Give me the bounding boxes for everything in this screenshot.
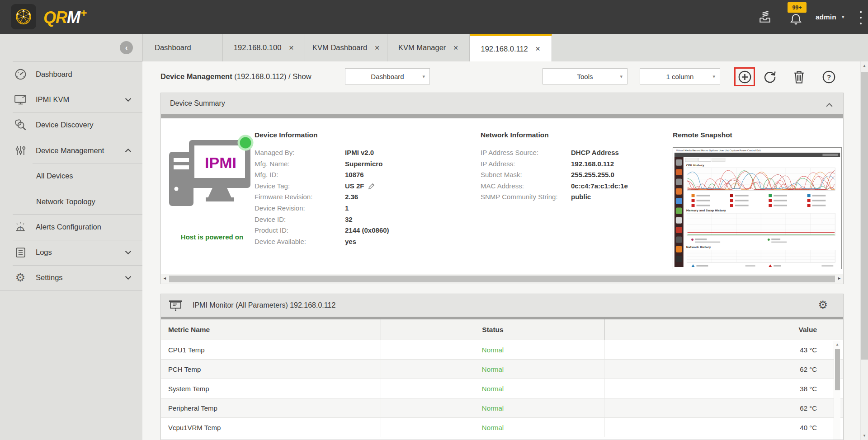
sidebar-item-label: Device Discovery xyxy=(36,121,93,129)
edit-pencil-icon[interactable] xyxy=(368,183,375,190)
table-body: CPU1 TempNormal43 °CPCH TempNormal62 °CS… xyxy=(161,340,843,437)
user-menu[interactable]: admin ▼ xyxy=(816,0,845,34)
sidebar-item-network-topology[interactable]: Network Topology xyxy=(0,189,142,214)
horizontal-scrollbar[interactable]: ◄ ► xyxy=(161,274,843,284)
svg-text:!: ! xyxy=(19,225,21,230)
table-vertical-scrollbar[interactable]: ▲ xyxy=(834,341,840,440)
value-cell: 43 °C xyxy=(605,346,843,354)
column-header-value[interactable]: Value xyxy=(605,326,843,334)
sidebar-item-logs[interactable]: Logs xyxy=(0,240,142,265)
scrollbar-thumb[interactable] xyxy=(861,72,868,360)
status-badge: Normal xyxy=(482,385,504,393)
tools-select[interactable]: Tools ▾ xyxy=(542,68,627,84)
tab-192-168-0-112[interactable]: 192.168.0.112✕ xyxy=(470,34,552,61)
chevron-up-icon[interactable] xyxy=(125,146,132,154)
info-row: SNMP Community String:public xyxy=(481,192,668,203)
add-widget-button[interactable] xyxy=(734,67,755,86)
info-value: yes xyxy=(345,236,356,248)
device-summary-header[interactable]: Device Summary xyxy=(161,93,843,114)
tab-kvm-manager[interactable]: KVM Manager✕ xyxy=(387,34,470,61)
sidebar-collapse-button[interactable]: ‹ xyxy=(120,41,133,54)
help-button[interactable]: ? xyxy=(820,68,838,86)
kebab-menu-icon[interactable] xyxy=(857,11,864,24)
tab-close-icon[interactable]: ✕ xyxy=(374,44,380,51)
sidebar-item-alerts-configuration[interactable]: !Alerts Configuration xyxy=(0,214,142,239)
qrm-logo-icon[interactable] xyxy=(11,4,36,29)
ipmi-device-graphic: IPMI Host is powered on xyxy=(165,135,254,212)
tab-kvm-dashboard[interactable]: KVM Dashboard✕ xyxy=(305,34,387,61)
sidebar-item-dashboard[interactable]: Dashboard xyxy=(0,61,142,87)
value-cell: 62 °C xyxy=(605,365,843,373)
info-label: SNMP Community String: xyxy=(481,192,571,203)
table-row[interactable]: System TempNormal38 °C xyxy=(161,379,843,398)
scroll-left-arrow-icon[interactable]: ◄ xyxy=(163,276,167,281)
notifications-bell-icon[interactable] xyxy=(787,10,805,28)
status-badge: Normal xyxy=(482,424,504,431)
view-select[interactable]: Dashboard ▾ xyxy=(345,68,430,84)
tab-close-icon[interactable]: ✕ xyxy=(453,44,458,51)
columns-select[interactable]: 1 column ▾ xyxy=(640,68,720,84)
tab-close-icon[interactable]: ✕ xyxy=(535,45,541,52)
scroll-up-arrow-icon[interactable]: ▲ xyxy=(834,342,840,346)
info-value: 255.255.255.0 xyxy=(571,169,614,181)
scrollbar-thumb[interactable] xyxy=(169,276,835,282)
host-power-status: Host is powered on xyxy=(165,233,259,241)
tab-dashboard[interactable]: Dashboard xyxy=(142,34,223,61)
info-label: MAC Address: xyxy=(481,181,571,192)
sidebar-item-all-devices[interactable]: All Devices xyxy=(0,164,142,189)
info-value: US 2F xyxy=(345,181,364,192)
chevron-down-icon: ▼ xyxy=(841,14,845,19)
column-header-metric[interactable]: Metric Name xyxy=(161,319,381,340)
monitor-screen-icon xyxy=(169,300,183,312)
alert-icon: ! xyxy=(14,221,27,233)
chevron-down-icon[interactable] xyxy=(125,274,132,282)
columns-select-value: 1 column xyxy=(666,73,694,80)
section-title: Remote Snapshot xyxy=(673,131,842,143)
sidebar-item-ipmi-kvm[interactable]: IPMI KVM xyxy=(0,87,142,112)
column-header-status[interactable]: Status xyxy=(381,319,605,340)
gear-icon: ⚙ xyxy=(14,272,27,283)
chevron-down-icon: ▾ xyxy=(712,74,715,80)
sidebar-item-device-discovery[interactable]: Device Discovery xyxy=(0,112,142,138)
info-row: IP Address:192.168.0.112 xyxy=(481,159,668,170)
info-label: Device ID: xyxy=(255,214,345,225)
user-name: admin xyxy=(816,13,836,21)
table-row[interactable]: Vcpu1VRM TempNormal40 °C xyxy=(161,418,843,437)
table-row[interactable]: Peripheral TempNormal62 °C xyxy=(161,398,843,418)
scroll-right-arrow-icon[interactable]: ► xyxy=(837,276,841,281)
metric-name-cell: CPU1 Temp xyxy=(161,340,381,359)
sidebar-item-label: Logs xyxy=(36,248,52,257)
tab-label: KVM Manager xyxy=(398,43,446,52)
info-value: DHCP Address xyxy=(571,147,619,159)
widget-settings-gear-icon[interactable]: ⚙ xyxy=(818,300,828,310)
sidebar-nav: DashboardIPMI KVMDevice DiscoveryDevice … xyxy=(0,61,142,291)
discovery-icon xyxy=(14,119,27,131)
question-circle-icon: ? xyxy=(822,70,836,84)
status-cell: Normal xyxy=(381,379,605,398)
tab-label: 192.168.0.100 xyxy=(234,43,282,52)
delete-button[interactable] xyxy=(790,68,808,86)
chevron-down-icon[interactable] xyxy=(125,248,132,257)
refresh-button[interactable] xyxy=(761,68,779,86)
chevron-up-icon[interactable] xyxy=(826,101,833,109)
task-queue-icon[interactable] xyxy=(756,8,774,26)
tab-close-icon[interactable]: ✕ xyxy=(288,44,294,51)
top-bar: QRM+ 99+ admin ▼ xyxy=(0,0,868,34)
monitor-icon xyxy=(14,94,27,105)
qrm-logo-text: QRM+ xyxy=(43,7,86,27)
sidebar-item-settings[interactable]: ⚙Settings xyxy=(0,265,142,290)
scrollbar-thumb[interactable] xyxy=(835,349,840,390)
page-scrollbar[interactable]: ▲ ▼ xyxy=(860,61,868,440)
scroll-up-arrow-icon[interactable]: ▲ xyxy=(861,64,868,68)
info-label: Device Tag: xyxy=(255,181,345,192)
table-row[interactable]: PCH TempNormal62 °C xyxy=(161,360,843,379)
section-title: Device Information xyxy=(255,131,472,143)
tab-label: 192.168.0.112 xyxy=(481,45,528,53)
tab-192-168-0-100[interactable]: 192.168.0.100✕ xyxy=(223,34,305,61)
info-value: 10876 xyxy=(345,169,364,181)
info-row: Device Tag:US 2F xyxy=(255,181,472,192)
chevron-down-icon[interactable] xyxy=(125,96,132,104)
sidebar-item-device-management[interactable]: Device Management xyxy=(0,138,142,163)
scroll-down-arrow-icon[interactable]: ▼ xyxy=(861,434,868,438)
table-row[interactable]: CPU1 TempNormal43 °C xyxy=(161,340,843,360)
